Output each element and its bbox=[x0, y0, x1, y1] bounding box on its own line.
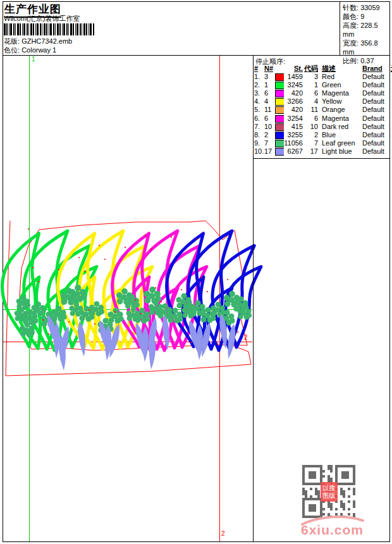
stop-row: 7.10 41510 Dark redDefault bbox=[254, 123, 392, 131]
col-code: 代码 bbox=[303, 65, 318, 73]
stop-row: 3.6 4206 MagentaDefault bbox=[254, 89, 392, 97]
table-panel-border bbox=[253, 56, 254, 541]
col-swatch bbox=[273, 65, 284, 73]
stop-row: 2.1 32451 GreenDefault bbox=[254, 81, 392, 89]
stitch-count-row: 针数: 33059 bbox=[343, 3, 389, 12]
seal-text-2: 图版 bbox=[322, 492, 335, 499]
stop-row: 6.6 32546 MagentaDefault bbox=[254, 114, 392, 122]
worksheet-page: { "header": { "title": "生产作业图", "studio"… bbox=[0, 0, 392, 544]
stop-row: 1.3 14593 RedDefault bbox=[254, 73, 392, 81]
color-swatch bbox=[275, 98, 284, 106]
design-file-row: 花版: GZHC7342.emb bbox=[4, 37, 72, 46]
color-swatch bbox=[275, 106, 284, 114]
barcode bbox=[4, 23, 97, 35]
colorway-label: 色位: bbox=[4, 46, 20, 54]
stop-row: 9.7 110567 Leaf greenDefault bbox=[254, 139, 392, 147]
design-file-value: GZHC7342.emb bbox=[21, 37, 72, 45]
col-needle: N# bbox=[264, 65, 273, 73]
color-swatch bbox=[275, 132, 284, 139]
col-brand: Brand bbox=[361, 65, 391, 73]
table-bottom-rule bbox=[254, 158, 389, 159]
stop-row: 8.2 32552 BlueDefault bbox=[254, 131, 392, 139]
design-info-box: 针数: 33059 颜色: 9 高度: 228.5 mm 宽度: 356.8 m… bbox=[340, 1, 389, 55]
watermark-site: 6xiu.com bbox=[301, 522, 364, 538]
stop-row: 5.11 42011 OrangeDefault bbox=[254, 106, 392, 114]
color-swatch bbox=[275, 115, 284, 123]
stop-row: 10.17 626717 Light blueDefault bbox=[254, 147, 392, 156]
studio-name: Wilcom(汇京)装饰工作室 bbox=[4, 14, 80, 23]
width-row: 宽度: 356.8 mm bbox=[343, 39, 389, 56]
color-swatch bbox=[275, 148, 284, 156]
stop-sequence-table: # N# St. 代码 描述 Brand 元素 1.3 14593 RedDef… bbox=[254, 65, 392, 156]
color-swatch bbox=[275, 90, 284, 97]
color-swatch bbox=[275, 140, 284, 147]
color-swatch bbox=[275, 123, 284, 131]
col-st: St. bbox=[284, 65, 303, 73]
colorway-row: 色位: Colorway 1 bbox=[4, 46, 56, 55]
seal-text-1: 以搜 bbox=[322, 485, 335, 491]
col-seq: # bbox=[254, 65, 264, 73]
color-count-row: 颜色: 9 bbox=[343, 12, 389, 21]
stop-row: 4.4 32664 YellowDefault bbox=[254, 97, 392, 106]
color-swatch bbox=[275, 73, 284, 81]
color-swatch bbox=[275, 82, 284, 89]
colorway-value: Colorway 1 bbox=[21, 46, 56, 54]
col-desc: 描述 bbox=[318, 65, 361, 73]
header-separator bbox=[3, 55, 389, 56]
design-file-label: 花版: bbox=[4, 37, 20, 45]
stop-header-row: # N# St. 代码 描述 Brand 元素 bbox=[254, 65, 392, 73]
height-row: 高度: 228.5 mm bbox=[343, 21, 389, 39]
scale-row: 比例: 0.37 bbox=[343, 56, 389, 65]
